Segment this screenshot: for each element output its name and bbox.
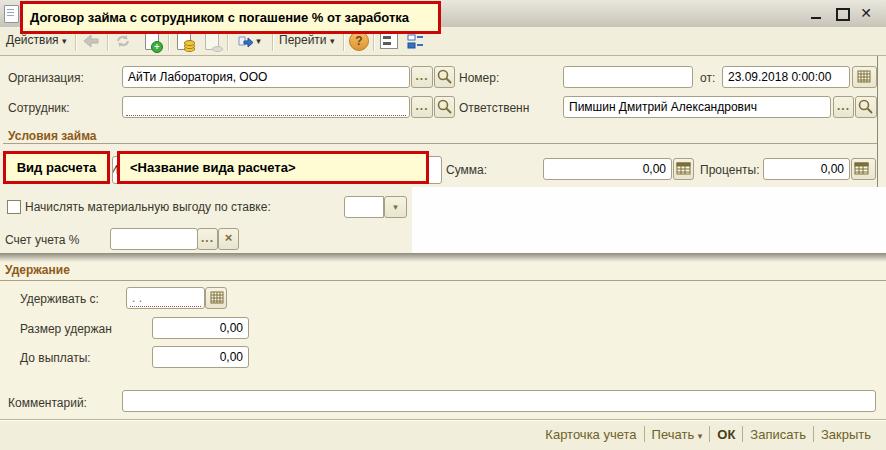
account-field[interactable] (110, 228, 198, 250)
withhold-from-field[interactable]: . . (126, 287, 205, 309)
date-field[interactable]: 23.09.2018 0:00:00 (722, 66, 850, 88)
rate-dropdown-button[interactable]: ▾ (384, 196, 407, 218)
account-label: Счет учета % (5, 233, 79, 247)
toolbar-divider (75, 32, 76, 51)
save-button[interactable]: Записать (743, 427, 813, 442)
organization-label: Организация: (8, 71, 84, 85)
details-icon (380, 33, 398, 49)
organization-select-button[interactable]: ... (411, 66, 433, 88)
sum-field[interactable]: 0,00 (543, 158, 672, 180)
chevron-down-icon: ▾ (62, 36, 67, 46)
section-loan-terms: Условия займа (8, 129, 97, 143)
calculator-icon (674, 159, 693, 179)
close-button[interactable]: Закрыть (814, 427, 878, 442)
search-icon (856, 97, 875, 117)
empty-area (412, 187, 886, 253)
account-select-button[interactable]: ... (197, 228, 218, 250)
toolbar-divider (373, 32, 374, 51)
annotation-title: Договор займа с сотрудником с погашение … (20, 1, 441, 34)
toolbar-divider (272, 32, 273, 51)
search-icon (435, 67, 454, 87)
sum-calculator-button[interactable] (673, 158, 694, 180)
actions-menu[interactable]: Действия ▾ (6, 33, 66, 47)
close-icon: ✕ (860, 5, 872, 21)
account-card-button[interactable]: Карточка учета (538, 427, 643, 442)
sum-label: Сумма: (446, 163, 487, 177)
document-window: ✕ Действия ▾ + ▾ (0, 0, 886, 253)
employee-field[interactable] (122, 96, 410, 118)
organization-open-button[interactable] (434, 66, 455, 88)
goto-menu[interactable]: Перейти ▾ (279, 33, 334, 47)
rate-field[interactable] (344, 196, 384, 218)
number-field[interactable] (563, 66, 693, 88)
percent-calculator-button[interactable] (851, 158, 876, 180)
help-icon: ? (349, 31, 369, 51)
calendar-icon (206, 288, 228, 308)
date-calendar-button[interactable] (852, 66, 877, 88)
annotation-calc-type-name: <Название вида расчета> (117, 151, 429, 184)
clear-icon: × (225, 230, 233, 245)
account-clear-button[interactable]: × (218, 228, 239, 250)
chevron-down-icon: ▾ (698, 431, 703, 441)
print-button[interactable]: Печать ▾ (645, 427, 710, 442)
refresh-icon (115, 34, 131, 48)
date-label: от: (700, 71, 715, 85)
responsible-label: Ответственн (459, 101, 529, 115)
percent-field[interactable]: 0,00 (763, 158, 850, 180)
comment-label: Комментарий: (8, 396, 87, 410)
responsible-select-button[interactable]: ... (833, 96, 854, 118)
organization-field[interactable]: АйТи Лаборатория, ООО (122, 66, 410, 88)
ellipsis-icon: ... (415, 69, 428, 83)
loan-agreement-screen: Удержание Удерживать с: . . Размер удерж… (0, 0, 886, 450)
responsible-field[interactable]: Пимшин Дмитрий Александрович (563, 96, 831, 118)
section-withholding-rule (0, 280, 886, 281)
before-payment-label: До выплаты: (20, 351, 91, 365)
calculator-icon (852, 159, 871, 179)
ellipsis-icon: ... (837, 99, 850, 113)
output-icon (237, 34, 253, 48)
employee-select-button[interactable]: ... (411, 96, 433, 118)
section-loan-rule (3, 143, 877, 144)
copy-add-icon: + (145, 33, 159, 50)
annotation-calc-type: Вид расчета (3, 151, 110, 184)
withhold-from-calendar-button[interactable] (205, 287, 227, 309)
withhold-size-field[interactable]: 0,00 (152, 317, 249, 339)
comment-field[interactable] (122, 390, 876, 412)
chevron-down-icon: ▾ (393, 202, 398, 212)
close-window-button[interactable]: ✕ (856, 5, 876, 22)
employee-label: Сотрудник: (8, 101, 70, 115)
toolbar-divider (343, 32, 344, 51)
responsible-open-button[interactable] (855, 96, 877, 118)
toolbar-divider (227, 32, 228, 51)
structure-icon (407, 34, 424, 49)
material-benefit-label: Начислять материальную выгоду по ставке: (25, 200, 271, 214)
toolbar-divider (168, 32, 169, 51)
document-icon (4, 5, 19, 23)
search-icon (435, 97, 454, 117)
material-benefit-checkbox[interactable] (7, 200, 21, 214)
back-icon (83, 34, 99, 48)
minimize-icon (811, 17, 821, 19)
before-payment-field[interactable]: 0,00 (152, 346, 249, 368)
percent-label: Проценты: (700, 163, 759, 177)
section-withholding: Удержание (5, 263, 70, 277)
minimize-button[interactable] (806, 5, 826, 22)
window-right-border (877, 56, 878, 187)
withhold-size-label: Размер удержан (20, 322, 112, 336)
ellipsis-icon: ... (415, 99, 428, 113)
window-shadow (0, 253, 886, 262)
chevron-down-icon: ▾ (256, 37, 261, 46)
ellipsis-icon: ... (201, 231, 214, 245)
chevron-down-icon: ▾ (330, 36, 335, 46)
unpost-icon (205, 33, 219, 50)
employee-open-button[interactable] (434, 96, 455, 118)
number-label: Номер: (459, 71, 499, 85)
calendar-icon (853, 67, 875, 87)
maximize-button[interactable] (832, 5, 852, 22)
toolbar-divider (107, 32, 108, 51)
post-icon (177, 33, 191, 50)
withhold-from-label: Удерживать с: (20, 292, 99, 306)
ok-button[interactable]: ОК (710, 427, 742, 442)
maximize-icon (836, 8, 850, 21)
command-bar: Карточка учета Печать ▾ ОК Записать Закр… (0, 419, 886, 450)
